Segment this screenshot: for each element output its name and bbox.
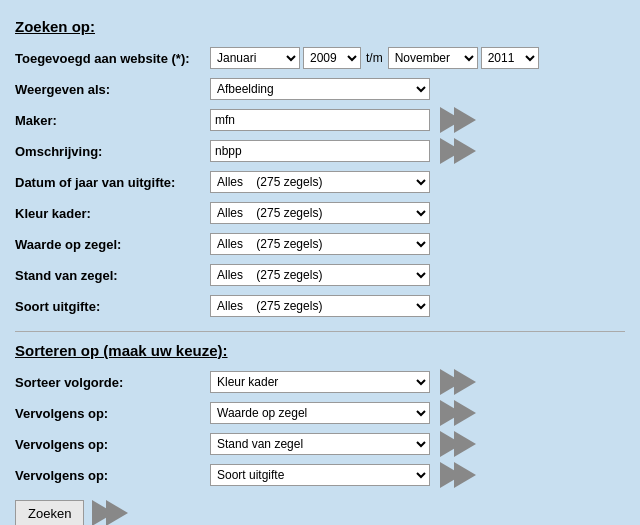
zoeken-row: Zoeken bbox=[15, 500, 625, 525]
weergeven-row: Weergeven als: Afbeelding Lijst Details bbox=[15, 76, 625, 102]
vervolgens2-label: Vervolgens op: bbox=[15, 437, 210, 452]
waarde-label: Waarde op zegel: bbox=[15, 237, 210, 252]
sorteer-controls: Kleur kader Waarde op zegel Stand van ze… bbox=[210, 369, 625, 395]
stand-controls: Alles (275 zegels) bbox=[210, 264, 625, 286]
stand-row: Stand van zegel: Alles (275 zegels) bbox=[15, 262, 625, 288]
weergeven-select[interactable]: Afbeelding Lijst Details bbox=[210, 78, 430, 100]
kleur-label: Kleur kader: bbox=[15, 206, 210, 221]
soort-row: Soort uitgifte: Alles (275 zegels) bbox=[15, 293, 625, 319]
maker-row: Maker: mfn bbox=[15, 107, 625, 133]
vervolgens2-controls: Kleur kader Waarde op zegel Stand van ze… bbox=[210, 431, 625, 457]
toegevoegd-row: Toegevoegd aan website (*): Januari Febr… bbox=[15, 45, 625, 71]
arrow-icon-10 bbox=[454, 431, 476, 457]
vervolgens1-select[interactable]: Kleur kader Waarde op zegel Stand van ze… bbox=[210, 402, 430, 424]
kleur-controls: Alles (275 zegels) bbox=[210, 202, 625, 224]
maker-arrow bbox=[440, 107, 476, 133]
toegevoegd-label: Toegevoegd aan website (*): bbox=[15, 51, 210, 66]
soort-label: Soort uitgifte: bbox=[15, 299, 210, 314]
maker-label: Maker: bbox=[15, 113, 210, 128]
sorteer-row: Sorteer volgorde: Kleur kader Waarde op … bbox=[15, 369, 625, 395]
vervolgens1-arrow bbox=[440, 400, 476, 426]
arrow-icon-6 bbox=[454, 369, 476, 395]
toegevoegd-controls: Januari FebruariMaartApril MeiJuniJuli A… bbox=[210, 47, 625, 69]
section-divider bbox=[15, 331, 625, 332]
waarde-controls: Alles (275 zegels) bbox=[210, 233, 625, 255]
vervolgens3-row: Vervolgens op: Kleur kader Waarde op zeg… bbox=[15, 462, 625, 488]
sort-form: Sorteer volgorde: Kleur kader Waarde op … bbox=[15, 369, 625, 488]
waarde-select[interactable]: Alles (275 zegels) bbox=[210, 233, 430, 255]
zoeken-button[interactable]: Zoeken bbox=[15, 500, 84, 525]
omschrijving-input[interactable]: nbpp bbox=[210, 140, 430, 162]
month-from-select[interactable]: Januari FebruariMaartApril MeiJuniJuli A… bbox=[210, 47, 300, 69]
year-from-select[interactable]: 2005200620072008 200920102011 bbox=[303, 47, 361, 69]
zoeken-arrow bbox=[92, 500, 128, 525]
soort-controls: Alles (275 zegels) bbox=[210, 295, 625, 317]
stand-label: Stand van zegel: bbox=[15, 268, 210, 283]
arrow-icon-14 bbox=[106, 500, 128, 525]
vervolgens3-label: Vervolgens op: bbox=[15, 468, 210, 483]
stand-select[interactable]: Alles (275 zegels) bbox=[210, 264, 430, 286]
search-heading: Zoeken op: bbox=[15, 18, 625, 35]
datum-label: Datum of jaar van uitgifte: bbox=[15, 175, 210, 190]
vervolgens1-controls: Kleur kader Waarde op zegel Stand van ze… bbox=[210, 400, 625, 426]
weergeven-controls: Afbeelding Lijst Details bbox=[210, 78, 625, 100]
arrow-icon-12 bbox=[454, 462, 476, 488]
maker-input[interactable]: mfn bbox=[210, 109, 430, 131]
vervolgens2-select[interactable]: Kleur kader Waarde op zegel Stand van ze… bbox=[210, 433, 430, 455]
arrow-icon-2 bbox=[454, 107, 476, 133]
vervolgens2-row: Vervolgens op: Kleur kader Waarde op zeg… bbox=[15, 431, 625, 457]
vervolgens3-controls: Kleur kader Waarde op zegel Stand van ze… bbox=[210, 462, 625, 488]
sorteer-arrow bbox=[440, 369, 476, 395]
kleur-row: Kleur kader: Alles (275 zegels) bbox=[15, 200, 625, 226]
arrow-icon-4 bbox=[454, 138, 476, 164]
sorteer-select[interactable]: Kleur kader Waarde op zegel Stand van ze… bbox=[210, 371, 430, 393]
omschrijving-arrow bbox=[440, 138, 476, 164]
vervolgens2-arrow bbox=[440, 431, 476, 457]
month-to-select[interactable]: JanuariFebruariMaartApril MeiJuniJuli Au… bbox=[388, 47, 478, 69]
omschrijving-label: Omschrijving: bbox=[15, 144, 210, 159]
waarde-row: Waarde op zegel: Alles (275 zegels) bbox=[15, 231, 625, 257]
omschrijving-row: Omschrijving: nbpp bbox=[15, 138, 625, 164]
year-to-select[interactable]: 2005200620072008 200920102011 bbox=[481, 47, 539, 69]
weergeven-label: Weergeven als: bbox=[15, 82, 210, 97]
datum-select[interactable]: Alles (275 zegels) bbox=[210, 171, 430, 193]
datum-controls: Alles (275 zegels) bbox=[210, 171, 625, 193]
omschrijving-controls: nbpp bbox=[210, 138, 625, 164]
vervolgens3-select[interactable]: Kleur kader Waarde op zegel Stand van ze… bbox=[210, 464, 430, 486]
soort-select[interactable]: Alles (275 zegels) bbox=[210, 295, 430, 317]
vervolgens3-arrow bbox=[440, 462, 476, 488]
search-form: Toegevoegd aan website (*): Januari Febr… bbox=[15, 45, 625, 319]
datum-row: Datum of jaar van uitgifte: Alles (275 z… bbox=[15, 169, 625, 195]
kleur-select[interactable]: Alles (275 zegels) bbox=[210, 202, 430, 224]
sorteer-label: Sorteer volgorde: bbox=[15, 375, 210, 390]
vervolgens1-label: Vervolgens op: bbox=[15, 406, 210, 421]
maker-controls: mfn bbox=[210, 107, 625, 133]
tm-text: t/m bbox=[366, 51, 383, 65]
vervolgens1-row: Vervolgens op: Kleur kader Waarde op zeg… bbox=[15, 400, 625, 426]
arrow-icon-8 bbox=[454, 400, 476, 426]
sort-heading: Sorteren op (maak uw keuze): bbox=[15, 342, 625, 359]
